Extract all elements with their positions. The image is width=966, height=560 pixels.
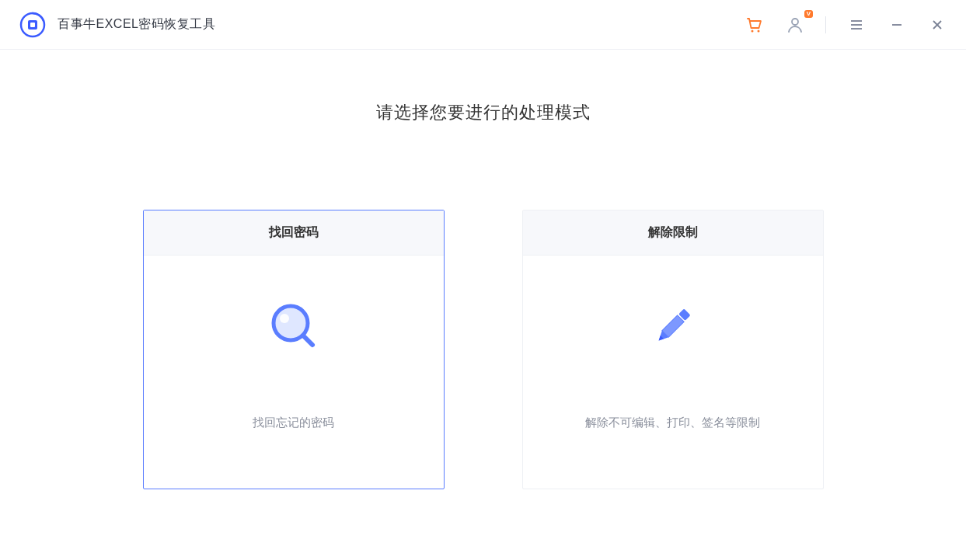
titlebar: 百事牛EXCEL密码恢复工具 V [0, 0, 966, 50]
app-title: 百事牛EXCEL密码恢复工具 [58, 16, 215, 33]
card-title: 找回密码 [144, 210, 444, 256]
svg-point-14 [280, 314, 289, 323]
svg-point-4 [758, 30, 760, 32]
card-body: 解除不可编辑、打印、签名等限制 [523, 256, 823, 489]
card-title: 解除限制 [523, 210, 823, 256]
app-logo-icon [19, 11, 47, 39]
minimize-icon[interactable] [887, 15, 907, 35]
separator [825, 16, 826, 33]
titlebar-left: 百事牛EXCEL密码恢复工具 [19, 11, 215, 39]
menu-icon[interactable] [846, 15, 867, 35]
svg-line-15 [303, 336, 312, 345]
mode-card-remove-restriction[interactable]: 解除限制 解除不可编辑、打印、签名等限制 [522, 210, 824, 489]
titlebar-right: V [745, 15, 947, 35]
vip-badge: V [804, 10, 813, 18]
mode-card-recover-password[interactable]: 找回密码 找回忘记的密码 [143, 210, 445, 489]
card-desc: 解除不可编辑、打印、签名等限制 [585, 416, 760, 430]
mode-card-row: 找回密码 找回忘记的密码 解除限制 [0, 210, 966, 489]
svg-point-3 [752, 30, 754, 32]
svg-rect-2 [30, 23, 35, 27]
pencil-icon [646, 299, 700, 353]
close-icon[interactable] [927, 15, 947, 35]
svg-point-5 [792, 19, 798, 25]
main-content: 请选择您要进行的处理模式 找回密码 找回忘记的密码 解除限制 [0, 50, 966, 489]
card-desc: 找回忘记的密码 [253, 416, 334, 430]
page-heading: 请选择您要进行的处理模式 [0, 101, 966, 124]
magnifier-icon [267, 299, 321, 353]
card-body: 找回忘记的密码 [144, 256, 444, 489]
cart-icon[interactable] [745, 15, 765, 35]
user-icon[interactable]: V [785, 15, 805, 35]
